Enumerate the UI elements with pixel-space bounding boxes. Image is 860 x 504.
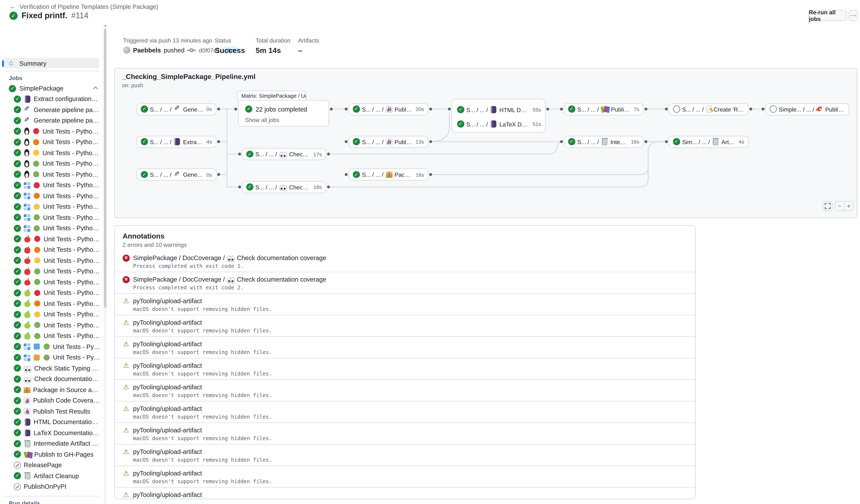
pipeline-node[interactable]: Simple... / ... /Publish to PyPI [765, 103, 849, 115]
actor-name[interactable]: Paebbels [133, 47, 161, 53]
annotation-title[interactable]: pyTooling/upload-artifact [133, 470, 202, 477]
sidebar-scrollbar-thumb[interactable] [104, 29, 106, 307]
matrix-group-tab[interactable]: Matrix: SimplePackage / UnitTest... [237, 90, 306, 101]
pipeline-node[interactable]: S... / ... /LaTeX Docume...51s [453, 118, 545, 130]
sidebar-job-item[interactable]: Unit Tests - Python 3.10 [0, 244, 104, 255]
chevron-up-icon[interactable] [93, 87, 98, 91]
sidebar-job-item[interactable]: Generate pipeline parameters [0, 115, 104, 126]
sidebar-job-item[interactable]: Unit Tests - Python 3.11 [0, 201, 104, 212]
sidebar-job-item[interactable]: Package in Source and Wheel... [0, 384, 104, 395]
sidebar-job-item[interactable]: Check documentation covera... [0, 374, 104, 385]
rerun-all-jobs-button[interactable]: Re-run all jobs [808, 10, 847, 21]
windows-icon [24, 225, 30, 232]
sidebar-job-item[interactable]: Unit Tests - Python 3.12 [0, 341, 104, 352]
sidebar-job-item[interactable]: Unit Tests - Python 3.13 [0, 277, 104, 288]
job-label: Publish to GH-Pages [34, 451, 94, 458]
sidebar-job-item[interactable]: Unit Tests - Python 3.13 [0, 331, 104, 342]
breadcrumb-label[interactable]: Verification of Pipeline Templates (Simp… [20, 3, 158, 10]
annotation-title[interactable]: pyTooling/upload-artifact [133, 362, 202, 369]
pipeline-node[interactable]: S... / ... /HTML Docume...55s [453, 104, 545, 116]
sidebar-job-item[interactable]: Generate pipeline parameters [0, 104, 104, 115]
pipeline-node[interactable]: S... / ... /Generate pipelin...0s [137, 103, 216, 115]
pipeline-node[interactable]: S... / ... /Generate pipelin...0s [137, 169, 216, 181]
node-duration: 4s [737, 139, 744, 145]
apple-green-icon [24, 301, 30, 307]
sidebar-job-item[interactable]: Publish Test Results [0, 406, 104, 417]
sidebar-job-item[interactable]: LaTeX Documentation using ... [0, 428, 104, 438]
sidebar-job-item[interactable]: Unit Tests - Python 3.9 [0, 126, 104, 137]
breadcrumb[interactable]: ← Verification of Pipeline Templates (Si… [10, 3, 158, 11]
sidebar-job-item[interactable]: Unit Tests - Python 3.12 [0, 352, 104, 363]
annotation-title[interactable]: pyTooling/upload-artifact [133, 319, 202, 326]
annotation-title[interactable]: pyTooling/upload-artifact [133, 341, 202, 347]
annotation-title[interactable]: pyTooling/upload-artifact [133, 427, 202, 433]
sidebar-item-simplepackage[interactable]: SimplePackage [9, 83, 99, 93]
sidebar-job-item[interactable]: Unit Tests - Python 3.11 [0, 309, 104, 320]
node-duration: 16s [630, 139, 639, 145]
sidebar-job-item[interactable]: Unit Tests - Python 3.13 [0, 223, 104, 234]
pipeline-node[interactable]: S... / ... /Publish to GH-P...7s [564, 103, 644, 115]
dot-yellow-icon [34, 258, 40, 263]
annotation-title[interactable]: SimplePackage / DocCoverage /Check docum… [133, 255, 326, 261]
pipeline-node[interactable]: S... / ... /Package in Sou...18s [348, 169, 428, 181]
annotation-title[interactable]: pyTooling/upload-artifact [133, 491, 202, 498]
trash-icon [25, 441, 30, 447]
pipeline-node[interactable]: S... / ... /Create 'Release Pa... [669, 103, 749, 115]
sidebar-job-item[interactable]: Unit Tests - Python 3.10 [0, 298, 104, 309]
warning-icon [123, 448, 130, 456]
sidebar-job-item[interactable]: Publish Code Coverage Results [0, 395, 104, 406]
annotation-entry: SimplePackage / DocCoverage /Check docum… [115, 251, 695, 272]
zoom-out-button[interactable]: − [835, 202, 844, 211]
annotation-title[interactable]: pyTooling/upload-artifact [133, 405, 202, 412]
duration-label: Total duration [256, 37, 290, 44]
success-icon [14, 106, 21, 113]
back-arrow-icon[interactable]: ← [10, 3, 16, 11]
apple-green-icon [24, 312, 30, 318]
sidebar-job-item[interactable]: Unit Tests - Python 3.12 [0, 212, 104, 223]
sidebar-job-item[interactable]: Check Static Typing using Pyt... [0, 363, 104, 374]
pipeline-node[interactable]: S... / ... /Extract configur...4s [137, 136, 216, 148]
pipeline-node[interactable]: S... / ... /Check docume...18s [242, 181, 326, 193]
job-label: Unit Tests - Python 3.13 [44, 333, 100, 339]
pipeline-node[interactable]: S... / ... /Publish Test Re...13s [348, 136, 428, 148]
annotation-message: macOS doesn't support removing hidden fi… [133, 435, 687, 441]
sidebar-job-item[interactable]: Unit Tests - Python 3.10 [0, 190, 104, 201]
avatar[interactable] [123, 46, 130, 54]
pipeline-node[interactable]: S... / ... /Intermediate A...16s [564, 136, 644, 148]
show-all-jobs-link[interactable]: Show all jobs [245, 116, 280, 123]
matrix-group-box[interactable]: 22 jobs completed Show all jobs [238, 100, 329, 127]
annotation-title[interactable]: SimplePackage / DocCoverage /Check docum… [133, 276, 326, 283]
annotation-title[interactable]: pyTooling/upload-artifact [133, 448, 202, 455]
success-icon [14, 375, 21, 383]
pipeline-node[interactable]: Sim... / ... /Artifact Cleanup4s [669, 136, 749, 148]
kebab-menu-button[interactable]: ⋯ [849, 10, 858, 21]
sidebar-job-item[interactable]: Unit Tests - Python 3.12 [0, 158, 104, 169]
sidebar-job-item[interactable]: PublishOnPyPI [0, 481, 104, 492]
sidebar-job-item[interactable]: Unit Tests - Python 3.9 [0, 234, 104, 244]
sidebar-job-item[interactable]: Unit Tests - Python 3.10 [0, 137, 104, 148]
annotation-title[interactable]: pyTooling/upload-artifact [133, 298, 202, 304]
sidebar-job-item[interactable]: Intermediate Artifact Cleanup [0, 438, 104, 449]
sidebar-job-item[interactable]: HTML Documentation using ... [0, 417, 104, 428]
sidebar-job-item[interactable]: Unit Tests - Python 3.9 [0, 180, 104, 191]
sidebar-job-item[interactable]: Unit Tests - Python 3.9 [0, 288, 104, 298]
zoom-in-button[interactable]: + [844, 202, 853, 211]
sidebar-job-item[interactable]: Unit Tests - Python 3.11 [0, 255, 104, 266]
sidebar-item-summary[interactable]: Summary [4, 58, 99, 69]
sidebar-job-item[interactable]: Extract configurations from p... [0, 94, 104, 104]
sidebar-job-item[interactable]: Publish to GH-Pages [0, 449, 104, 460]
pipeline-node[interactable]: S... / ... /Check Static Ty...17s [242, 148, 326, 160]
scrollbar-up-arrow[interactable] [104, 24, 106, 27]
sidebar: Summary Jobs SimplePackage Extract confi… [0, 27, 108, 504]
success-icon [14, 365, 21, 372]
sidebar-job-item[interactable]: Unit Tests - Python 3.12 [0, 320, 104, 331]
annotation-title[interactable]: pyTooling/upload-artifact [133, 384, 202, 390]
sidebar-job-item[interactable]: Artifact Cleanup [0, 471, 104, 481]
sidebar-job-item[interactable]: ReleasePage [0, 460, 104, 471]
fullscreen-button[interactable] [823, 201, 833, 211]
pipeline-node[interactable]: S... / ... /Publish Code C...20s [348, 103, 428, 115]
sidebar-job-item[interactable]: Unit Tests - Python 3.12 [0, 266, 104, 277]
sidebar-job-item[interactable]: Unit Tests - Python 3.11 [0, 147, 104, 158]
sidebar-job-item[interactable]: Unit Tests - Python 3.13 [0, 169, 104, 180]
annotation-message: macOS doesn't support removing hidden fi… [133, 349, 687, 355]
